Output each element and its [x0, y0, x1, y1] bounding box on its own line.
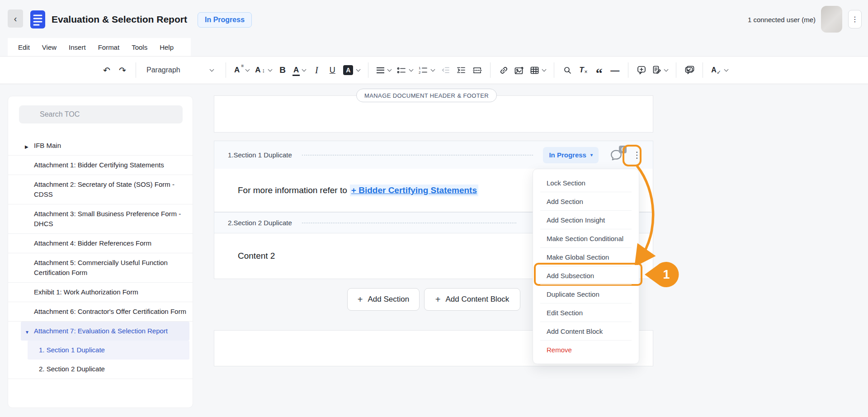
chevron-down-icon: [302, 67, 307, 71]
blockquote-button[interactable]: “: [593, 62, 605, 78]
toc-item-exhibit-1[interactable]: Exhibit 1: Work Authorization Form: [8, 283, 193, 302]
menu-item-lock-section[interactable]: Lock Section: [533, 174, 639, 192]
menu-item-add-section-insight[interactable]: Add Section Insight: [533, 211, 639, 229]
svg-text:2: 2: [419, 71, 421, 74]
menu-item-edit-section[interactable]: Edit Section: [533, 303, 639, 322]
chevron-down-icon: [245, 67, 250, 71]
connected-users-label: 1 connected user (me): [748, 0, 816, 39]
dotted-leader: [302, 155, 533, 156]
menu-edit[interactable]: Edit: [18, 43, 30, 51]
outdent-button[interactable]: [439, 62, 452, 78]
toc-item-attachment-5[interactable]: Attachment 5: Commercially Useful Functi…: [8, 253, 193, 283]
toc-item-section-2-duplicate[interactable]: 2. Section 2 Duplicate: [8, 360, 193, 379]
indent-icon: [457, 66, 466, 74]
menu-item-add-content-block[interactable]: Add Content Block: [533, 322, 639, 341]
link-button[interactable]: [497, 62, 510, 78]
toc-item-attachment-1[interactable]: Attachment 1: Bidder Certifying Statemen…: [8, 156, 193, 175]
menu-item-add-subsection[interactable]: Add Subsection: [533, 266, 639, 285]
collapsed-triangle-icon: ▶: [25, 142, 28, 152]
paragraph-style-select[interactable]: Paragraph: [143, 62, 219, 78]
caret-down-icon: ▾: [590, 152, 593, 157]
font-size-icon: A: [255, 66, 260, 75]
toc-item-attachment-3[interactable]: Attachment 3: Small Business Preference …: [8, 204, 193, 234]
undo-button[interactable]: ↶: [100, 62, 113, 78]
add-content-block-button[interactable]: + Add Content Block: [424, 288, 520, 311]
tasks-button[interactable]: [683, 62, 696, 78]
add-comment-button[interactable]: [635, 62, 648, 78]
paragraph-style-value: Paragraph: [146, 66, 180, 74]
redo-button[interactable]: ↷: [116, 62, 129, 78]
section-1-number: 1.: [228, 151, 234, 159]
toc-search-input[interactable]: [19, 105, 183, 123]
horizontal-rule-button[interactable]: —: [609, 62, 621, 78]
section-1-header: 1.Section 1 Duplicate In Progress ▾ 0 ⋮: [214, 141, 653, 169]
toc-item-attachment-2[interactable]: Attachment 2: Secretary of State (SOS) F…: [8, 175, 193, 204]
chevron-down-icon: [542, 67, 547, 71]
menu-help[interactable]: Help: [160, 43, 174, 51]
outdent-icon: [441, 66, 450, 74]
menu-item-add-section[interactable]: Add Section: [533, 192, 639, 211]
highlight-color-button[interactable]: A: [342, 62, 361, 78]
toc-item-attachment-7[interactable]: ▼ Attachment 7: Evaluation & Selection R…: [21, 322, 189, 341]
notes-button[interactable]: [651, 62, 669, 78]
menu-item-make-global-section[interactable]: Make Global Section: [533, 248, 639, 266]
section-1-title: Section 1 Duplicate: [234, 151, 292, 159]
plus-icon: +: [358, 294, 363, 305]
page-break-button[interactable]: [471, 62, 483, 78]
section-1-kebab-button[interactable]: ⋮: [630, 146, 644, 165]
back-button[interactable]: ‹: [8, 9, 23, 28]
table-button[interactable]: [529, 62, 547, 78]
toolbar-divider: [136, 62, 136, 78]
menu-tools[interactable]: Tools: [132, 43, 147, 51]
indent-button[interactable]: [455, 62, 467, 78]
bullet-list-icon: [397, 66, 406, 74]
kebab-icon: ⋮: [851, 15, 859, 24]
numbered-list-button[interactable]: 12: [417, 62, 436, 78]
back-chevron-icon: ‹: [14, 14, 17, 24]
italic-button[interactable]: I: [310, 62, 323, 78]
align-button[interactable]: [375, 62, 392, 78]
section-1-status-dropdown[interactable]: In Progress ▾: [543, 147, 599, 163]
find-replace-button[interactable]: [561, 62, 574, 78]
section-context-menu: Lock Section Add Section Add Section Ins…: [533, 169, 639, 364]
menu-item-duplicate-section[interactable]: Duplicate Section: [533, 285, 639, 303]
section-1-text: For more information refer to: [238, 185, 347, 195]
toolbar-divider: [676, 62, 676, 78]
font-style-button[interactable]: A: [233, 62, 250, 78]
section-1-comments-button[interactable]: 0: [609, 148, 623, 162]
bullet-list-button[interactable]: [396, 62, 414, 78]
underline-button[interactable]: U: [326, 62, 339, 78]
chevron-down-icon: [268, 67, 273, 71]
chevron-down-icon: [431, 67, 435, 71]
add-section-button[interactable]: + Add Section: [347, 288, 420, 311]
menu-bar: Edit View Insert Format Tools Help: [8, 38, 191, 56]
spellcheck-button[interactable]: A✓: [710, 62, 729, 78]
comment-count-badge: 0: [619, 146, 627, 153]
toc-item-attachment-6[interactable]: Attachment 6: Contractor's Offer Certifi…: [8, 302, 193, 322]
menu-view[interactable]: View: [42, 43, 57, 51]
chevron-down-icon: [210, 67, 214, 71]
toc-item-ifb-main[interactable]: ▶ IFB Main: [8, 136, 193, 156]
toc-item-attachment-4[interactable]: Attachment 4: Bidder References Form: [8, 234, 193, 253]
section-1-reference-link[interactable]: + Bidder Certifying Statements: [350, 185, 478, 196]
spellcheck-icon: A: [711, 66, 717, 74]
text-color-button[interactable]: A: [292, 62, 307, 78]
redo-icon: ↷: [119, 66, 126, 75]
bold-button[interactable]: B: [276, 62, 289, 78]
underline-icon: U: [330, 66, 335, 75]
menu-insert[interactable]: Insert: [69, 43, 86, 51]
horizontal-rule-icon: —: [610, 65, 619, 76]
manage-header-footer-button[interactable]: MANAGE DOCUMENT HEADER & FOOTER: [356, 89, 497, 102]
avatar[interactable]: [821, 6, 842, 33]
menu-item-make-section-conditional[interactable]: Make Section Conditional: [533, 229, 639, 248]
header-kebab-button[interactable]: ⋮: [848, 10, 862, 28]
document-status-badge[interactable]: In Progress: [198, 12, 252, 28]
menu-format[interactable]: Format: [98, 43, 120, 51]
menu-item-remove[interactable]: Remove: [533, 341, 639, 359]
add-comment-icon: [637, 66, 646, 75]
image-button[interactable]: [513, 62, 526, 78]
clear-formatting-button[interactable]: T×: [577, 62, 590, 78]
plus-icon: +: [435, 294, 441, 305]
font-size-button[interactable]: A↕: [254, 62, 273, 78]
toc-item-section-1-duplicate[interactable]: 1. Section 1 Duplicate: [28, 341, 189, 360]
